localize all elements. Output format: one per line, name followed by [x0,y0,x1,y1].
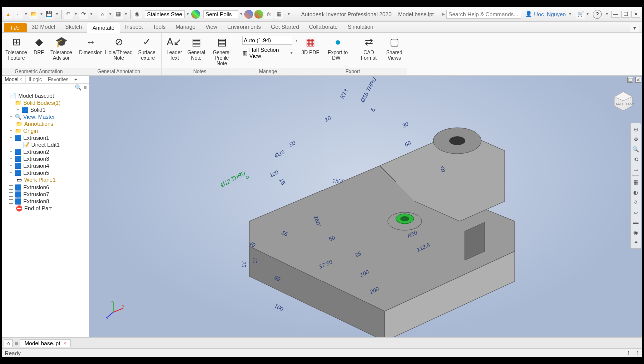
cart-icon[interactable]: 🛒 [576,10,585,19]
ribbon-tab-inspect[interactable]: Inspect [120,22,148,32]
ribbon-tab-tools[interactable]: Tools [148,22,171,32]
appearance-icon[interactable] [191,10,200,19]
material-icon[interactable]: ◉ [133,10,142,19]
hole-thread-note-button[interactable]: ⊘Hole/Thread Note [104,34,133,62]
browser-tab-add[interactable]: + [71,76,80,83]
tree-toggle-icon[interactable]: + [9,199,13,204]
tree-item-extrusion1[interactable]: +🟦Extrusion1 [2,134,89,141]
browser-tab-model[interactable]: Model× [2,76,26,83]
user-dropdown[interactable]: ▼ [568,12,572,16]
save-icon[interactable]: 💾 [45,10,54,19]
appearance-override-icon[interactable] [244,10,253,19]
redo-icon[interactable]: ↷ [79,10,88,19]
ribbon-tab-environments[interactable]: Environments [222,22,266,32]
qat-customize-dropdown[interactable]: ▼ [286,12,291,16]
search-input[interactable] [446,10,521,19]
help-icon[interactable]: ? [593,10,602,19]
appearance-combo[interactable] [203,10,238,18]
shadows-icon[interactable]: ◐ [632,188,640,196]
tree-item-extrusion3[interactable]: +🟦Extrusion3 [2,155,89,162]
general-profile-note-button[interactable]: ▤General Profile Note [208,34,236,67]
ortho-icon[interactable]: ▱ [632,208,640,216]
browser-tab-ilogic[interactable]: iLogic [26,76,45,83]
tree-toggle-icon[interactable]: + [9,164,13,168]
tree-toggle-icon[interactable]: + [9,136,13,140]
tree-item-solid-bodies-1-[interactable]: -📁Solid Bodies(1) [2,99,89,106]
leader-text-button[interactable]: A↙Leader Text [164,34,185,62]
material-dropdown[interactable]: ▼ [186,12,190,16]
scale-combo[interactable] [242,36,292,45]
viewport[interactable]: Ø12 THRU R13 Ø15 THRU 5 10 30 60 40 50 Ø… [89,76,642,337]
home-icon[interactable]: ⌂ [98,10,107,19]
ribbon-tab-sketch[interactable]: Sketch [60,22,87,32]
close-button[interactable]: ✕ [631,11,640,18]
tree-toggle-icon[interactable]: - [9,101,13,105]
help-dropdown[interactable]: ▼ [605,12,609,16]
tree-toggle-icon[interactable]: + [9,157,13,161]
more-icon[interactable]: ▦ [274,10,283,19]
select-dropdown[interactable]: ▼ [124,12,128,16]
select-icon[interactable]: ▦ [114,10,123,19]
browser-tab-favorites[interactable]: Favorites [45,76,71,83]
tree-toggle-icon[interactable]: + [9,115,13,119]
tree-item-extrusion5[interactable]: +🟦Extrusion5 [2,169,89,176]
tree-item-view-master[interactable]: +🔍View: Master [2,113,89,120]
tree-item-extrusion6[interactable]: +🟦Extrusion6 [2,184,89,191]
reflections-icon[interactable]: ◊ [632,198,640,206]
shared-views-button[interactable]: ▢Shared Views [384,34,405,62]
lookat-icon[interactable]: ▭ [632,165,640,173]
undo-dropdown[interactable]: ▼ [74,12,78,16]
tree-toggle-icon[interactable]: + [9,129,13,133]
new-file-dropdown[interactable]: ▼ [24,12,28,16]
tree-toggle-icon[interactable]: + [9,192,13,197]
tree-item-work-plane1[interactable]: ▭Work Plane1 [2,176,89,184]
ribbon-tab-annotate[interactable]: Annotate [87,23,120,33]
raytrace-icon[interactable]: ✦ [632,238,640,246]
general-note-button[interactable]: ▤General Note [186,34,207,62]
cart-dropdown[interactable]: ▼ [585,12,590,16]
ribbon-collapse-icon[interactable]: ▾ [630,23,639,32]
section-dropdown[interactable]: ▼ [289,51,294,55]
ground-plane-icon[interactable]: ▬ [632,218,640,226]
ribbon-tab-3d-model[interactable]: 3D Model [27,22,60,32]
vp-close-icon[interactable]: ✕ [635,77,641,83]
surface-texture-button[interactable]: ✓Surface Texture [134,34,159,62]
tolerance-advisor-button[interactable]: 🎓Tolerance Advisor [49,34,74,62]
tree-toggle-icon[interactable]: + [16,108,20,112]
tree-item-extrusion8[interactable]: +🟦Extrusion8 [2,198,89,205]
3d-pdf-button[interactable]: ▦3D PDF [300,34,320,56]
tree-item-origin[interactable]: +📁Origin [2,127,89,134]
clear-override-icon[interactable] [254,10,263,19]
undo-icon[interactable]: ↶ [64,10,73,19]
doc-tab-close-icon[interactable]: × [63,340,66,346]
tolerance-feature-button[interactable]: ⊞Tolerance Feature [4,34,29,62]
steering-wheel-icon[interactable]: ⊚ [632,125,640,133]
ribbon-tab-simulation[interactable]: Simulation [343,22,378,32]
ribbon-tab-manage[interactable]: Manage [171,22,201,32]
texture-icon[interactable]: ◉ [632,228,640,236]
drf-button[interactable]: ◆DRF [30,34,48,56]
viewcube[interactable]: FRONT LEFT [612,90,634,112]
orbit-icon[interactable]: ⟲ [632,155,640,163]
doc-tab-modelbase[interactable]: Model base.ipt × [20,339,71,347]
vp-restore-icon[interactable]: ❐ [627,77,633,83]
tree-toggle-icon[interactable]: + [9,185,13,190]
browser-tab-close-icon[interactable]: × [19,77,22,82]
cad-format-button[interactable]: ⇄CAD Format [355,34,383,62]
tree-item-extrusion2[interactable]: +🟦Extrusion2 [2,148,89,155]
tree-item-extrusion7[interactable]: +🟦Extrusion7 [2,191,89,198]
redo-dropdown[interactable]: ▼ [89,12,94,16]
ribbon-tab-view[interactable]: View [200,22,222,32]
zoom-icon[interactable]: 🔍 [632,145,640,153]
doc-home-icon[interactable]: ⌂ [4,339,13,347]
ribbon-tab-get-started[interactable]: Get Started [266,22,304,32]
export-dwf-button[interactable]: ●Export to DWF [321,34,354,62]
browser-menu-icon[interactable]: ≡ [84,84,87,91]
browser-search-icon[interactable]: 🔍 [75,84,82,91]
doc-tab-menu-icon[interactable]: ≡ [15,340,18,346]
tree-item-direct-edit1[interactable]: 📝Direct Edit1 [2,141,89,148]
minimize-button[interactable]: — [611,11,620,18]
restore-button[interactable]: ❐ [621,11,630,18]
tree-item-extrusion4[interactable]: +🟦Extrusion4 [2,162,89,169]
tree-toggle-icon[interactable]: + [9,171,13,175]
